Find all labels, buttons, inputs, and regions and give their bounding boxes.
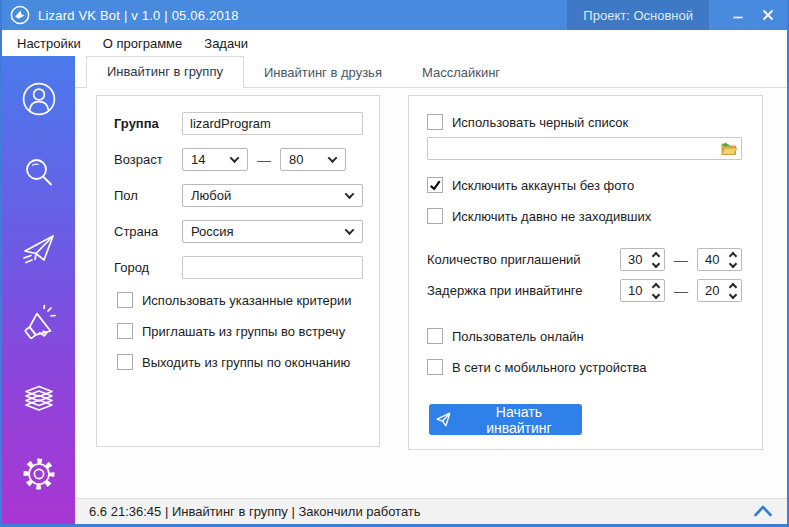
checkbox-box — [427, 177, 443, 193]
tab-invite-group[interactable]: Инвайтинг в группу — [86, 56, 244, 88]
gender-value: Любой — [191, 188, 231, 203]
title-bar: Lizard VK Bot | v 1.0 | 05.06.2018 Проек… — [2, 0, 787, 30]
exclude-no-photo-checkbox[interactable]: Исключить аккаунты без фото — [427, 177, 742, 193]
mobile-online-checkbox[interactable]: В сети с мобильного устройства — [427, 359, 742, 375]
spinner-arrows-icon — [653, 253, 659, 267]
chevron-down-icon — [345, 225, 355, 235]
age-to-value: 80 — [289, 152, 303, 167]
open-folder-icon — [719, 141, 737, 156]
checkbox-box — [427, 328, 443, 344]
tab-bar: Инвайтинг в группу Инвайтинг в друзья Ма… — [75, 56, 787, 88]
chevron-down-icon — [230, 153, 240, 163]
close-button[interactable] — [753, 0, 783, 30]
checkbox-box — [117, 292, 133, 308]
group-input[interactable] — [182, 112, 363, 135]
menu-settings[interactable]: Настройки — [6, 32, 92, 55]
range-dash: — — [674, 283, 688, 299]
checkbox-label: Исключить аккаунты без фото — [452, 178, 634, 193]
checkbox-label: Исключить давно не заходивших — [452, 209, 651, 224]
spinner-arrows-icon — [730, 253, 736, 267]
spinner-arrows-icon — [653, 284, 659, 298]
menu-tasks[interactable]: Задачи — [193, 32, 259, 55]
menu-about[interactable]: О программе — [92, 32, 194, 55]
minimize-icon — [732, 9, 744, 21]
chevron-up-icon — [753, 504, 773, 517]
sidebar-item-inviting[interactable] — [18, 228, 60, 270]
minimize-button[interactable] — [723, 0, 753, 30]
city-input[interactable] — [182, 256, 363, 279]
age-from-value: 14 — [191, 152, 205, 167]
group-label: Группа — [114, 116, 182, 131]
checkbox-label: В сети с мобильного устройства — [452, 360, 646, 375]
checkbox-label: Использовать указанные критерии — [142, 293, 352, 308]
invites-count-label: Количество приглашений — [427, 252, 620, 267]
gear-icon — [19, 454, 59, 494]
chevron-down-icon — [345, 189, 355, 199]
age-from-select[interactable]: 14 — [182, 148, 248, 171]
close-icon — [762, 9, 774, 21]
check-icon — [429, 179, 441, 191]
send-icon — [435, 411, 452, 428]
age-label: Возраст — [114, 152, 182, 167]
spinner-arrows-icon — [730, 284, 736, 298]
user-icon — [19, 79, 59, 119]
checkbox-box — [427, 359, 443, 375]
delay-to-value: 20 — [705, 283, 719, 298]
sidebar-item-promotion[interactable] — [18, 303, 60, 345]
checkbox-label: Пользователь онлайн — [452, 329, 584, 344]
expand-log-button[interactable] — [753, 503, 773, 521]
status-bar: 6.6 21:36:45 | Инвайтинг в группу | Зако… — [75, 498, 787, 524]
blacklist-path-input[interactable] — [427, 137, 742, 160]
status-log-text: 6.6 21:36:45 | Инвайтинг в группу | Зако… — [89, 504, 753, 519]
use-criteria-checkbox[interactable]: Использовать указанные критерии — [117, 292, 363, 308]
invites-to-value: 40 — [705, 252, 719, 267]
checkbox-label: Использовать черный список — [452, 115, 628, 130]
tab-invite-friends[interactable]: Инвайтинг в друзья — [244, 58, 402, 88]
invites-to-spinner[interactable]: 40 — [697, 248, 742, 271]
checkbox-label: Выходить из группы по окончанию — [142, 355, 350, 370]
tab-massliking[interactable]: Масслайкинг — [402, 58, 520, 88]
checkbox-box — [117, 323, 133, 339]
invites-from-value: 30 — [628, 252, 642, 267]
layers-icon — [19, 379, 59, 419]
tab-content: Группа Возраст 14 — 80 — [75, 88, 787, 498]
range-dash: — — [674, 252, 688, 268]
sidebar-item-account[interactable] — [18, 78, 60, 120]
start-button-label: Начать инвайтинг — [462, 404, 576, 436]
checkbox-box — [427, 114, 443, 130]
invite-delay-label: Задержка при инвайтинге — [427, 283, 620, 298]
gender-label: Пол — [114, 188, 182, 203]
delay-to-spinner[interactable]: 20 — [697, 279, 742, 302]
menu-bar: Настройки О программе Задачи — [2, 30, 787, 56]
checkbox-box — [427, 208, 443, 224]
country-value: Россия — [191, 224, 234, 239]
delay-from-value: 10 — [628, 283, 642, 298]
window-title: Lizard VK Bot | v 1.0 | 05.06.2018 — [38, 8, 567, 23]
megaphone-icon — [19, 304, 59, 344]
search-icon — [19, 154, 59, 194]
city-label: Город — [114, 260, 182, 275]
checkbox-box — [117, 354, 133, 370]
age-to-select[interactable]: 80 — [280, 148, 346, 171]
sidebar-item-search[interactable] — [18, 153, 60, 195]
range-dash: — — [257, 152, 271, 168]
start-inviting-button[interactable]: Начать инвайтинг — [429, 404, 582, 435]
sidebar-item-tasks[interactable] — [18, 378, 60, 420]
user-online-checkbox[interactable]: Пользователь онлайн — [427, 328, 742, 344]
leave-group-checkbox[interactable]: Выходить из группы по окончанию — [117, 354, 363, 370]
invite-to-event-checkbox[interactable]: Приглашать из группы во встречу — [117, 323, 363, 339]
app-window: Lizard VK Bot | v 1.0 | 05.06.2018 Проек… — [0, 0, 789, 527]
gender-select[interactable]: Любой — [182, 184, 363, 207]
country-select[interactable]: Россия — [182, 220, 363, 243]
delay-from-spinner[interactable]: 10 — [620, 279, 665, 302]
target-criteria-panel: Группа Возраст 14 — 80 — [96, 95, 380, 447]
country-label: Страна — [114, 224, 182, 239]
sidebar-item-settings[interactable] — [18, 453, 60, 495]
chevron-down-icon — [328, 153, 338, 163]
exclude-inactive-checkbox[interactable]: Исключить давно не заходивших — [427, 208, 742, 224]
blacklist-checkbox[interactable]: Использовать черный список — [427, 114, 742, 130]
invite-options-panel: Использовать черный список — [408, 95, 763, 450]
invites-from-spinner[interactable]: 30 — [620, 248, 665, 271]
browse-file-button[interactable] — [719, 141, 737, 156]
project-badge[interactable]: Проект: Основной — [567, 0, 709, 30]
